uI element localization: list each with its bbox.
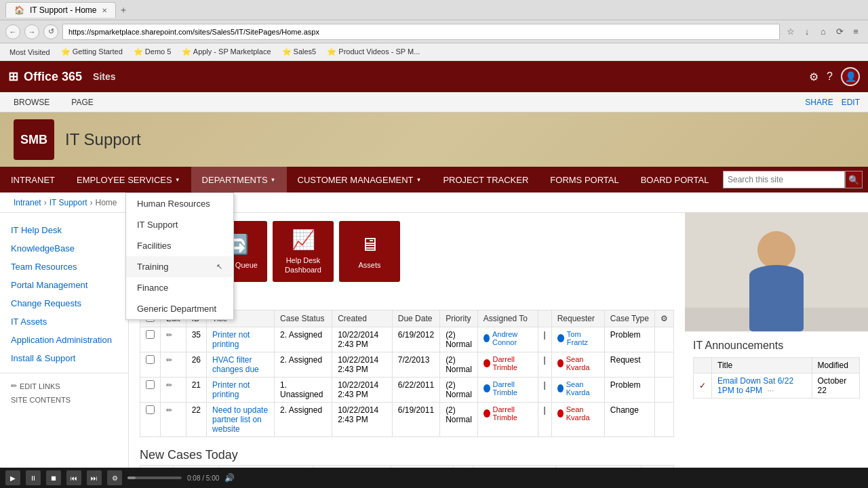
sidebar-change-requests[interactable]: Change Requests (0, 294, 128, 312)
requester-person-22[interactable]: Sean Kvarda (557, 405, 599, 422)
breadcrumb-it-support[interactable]: IT Support (50, 198, 87, 207)
assets-icon: 🖥 (360, 233, 379, 256)
share-link[interactable]: SHARE (805, 98, 833, 107)
media-prev-button[interactable]: ⏮ (66, 470, 81, 485)
row-checkbox-22[interactable] (146, 405, 155, 414)
row-edit-icon-26[interactable]: ✏ (166, 356, 172, 364)
bookmark-star-icon[interactable]: ☆ (784, 25, 797, 39)
row-settings-22[interactable] (654, 403, 673, 437)
sidebar-team-resources[interactable]: Team Resources (0, 258, 128, 276)
requester-person-35[interactable]: Tom Frantz (557, 330, 599, 346)
breadcrumb-home: Home (96, 198, 117, 207)
sidebar-app-admin[interactable]: Application Administration (0, 331, 128, 349)
sidebar-edit-links[interactable]: ✏ EDIT LINKS (0, 379, 128, 393)
tile-help-desk-dashboard[interactable]: 📈 Help Desk Dashboard (273, 221, 334, 282)
row-edit-icon-22[interactable]: ✏ (166, 406, 172, 414)
case-priority-21: (2)Normal (440, 378, 478, 403)
sync-icon[interactable]: ⟳ (833, 25, 846, 39)
nav-board-portal[interactable]: BOARD PORTAL (630, 167, 720, 192)
ribbon-page[interactable]: PAGE (66, 95, 98, 110)
download-icon[interactable]: ↓ (800, 25, 814, 39)
case-assigned-22: Darrell Trimble (477, 403, 538, 437)
dropdown-generic-department[interactable]: Generic Department (126, 298, 233, 319)
row-checkbox-26[interactable] (146, 355, 155, 364)
forward-button[interactable]: → (24, 24, 39, 39)
sidebar-portal-management[interactable]: Portal Management (0, 276, 128, 294)
bookmark-product-videos[interactable]: ⭐ Product Videos - SP M... (323, 46, 424, 58)
dropdown-it-support[interactable]: IT Support (126, 214, 233, 235)
settings-icon[interactable]: ⚙ (809, 70, 818, 83)
requester-person-26[interactable]: Sean Kvarda (557, 355, 599, 371)
nav-employee-services[interactable]: EMPLOYEE SERVICES ▼ (66, 167, 191, 192)
assigned-person-35[interactable]: Andrew Connor (484, 330, 532, 346)
row-settings-26[interactable] (654, 352, 673, 378)
case-title-link-21[interactable]: Printer not printing (212, 380, 250, 399)
bookmark-demo5[interactable]: ⭐ Demo 5 (130, 46, 176, 58)
bookmark-sales5[interactable]: ⭐ Sales5 (278, 46, 321, 58)
assigned-person-26[interactable]: Darrell Trimble (484, 355, 532, 371)
ann-more-icon[interactable]: ··· (767, 386, 774, 395)
sidebar-it-assets[interactable]: IT Assets (0, 312, 128, 331)
media-settings-button[interactable]: ⚙ (107, 470, 122, 485)
search-button[interactable]: 🔍 (845, 171, 863, 188)
media-progress-bar[interactable] (127, 476, 182, 479)
back-button[interactable]: ← (5, 24, 20, 39)
sidebar-it-help-desk[interactable]: IT Help Desk (0, 221, 128, 239)
dropdown-human-resources[interactable]: Human Resources (126, 193, 233, 214)
nav-departments[interactable]: DEPARTMENTS ▼ (191, 167, 287, 192)
row-settings-35[interactable] (654, 327, 673, 352)
dropdown-finance[interactable]: Finance (126, 277, 233, 298)
dropdown-facilities[interactable]: Facilities (126, 235, 233, 256)
bookmark-apply-sp[interactable]: ⭐ Apply - SP Marketplace (178, 46, 275, 58)
sidebar-site-contents[interactable]: SITE CONTENTS (0, 393, 128, 407)
assigned-person-22[interactable]: Darrell Trimble (484, 405, 532, 422)
media-pause-button[interactable]: ⏸ (26, 470, 41, 485)
new-tab-button[interactable]: ＋ (119, 4, 128, 16)
sidebar-install-support[interactable]: Install & Support (0, 349, 128, 367)
nav-customer-management[interactable]: CUSTOMER MANAGEMENT ▼ (287, 167, 433, 192)
media-next-button[interactable]: ⏭ (87, 470, 102, 485)
case-title-link-35[interactable]: Printer not printing (212, 330, 250, 349)
assigned-person-21[interactable]: Darrell Trimble (484, 380, 532, 396)
menu-icon[interactable]: ≡ (849, 25, 863, 39)
help-icon[interactable]: ? (827, 70, 833, 83)
tile-assets[interactable]: 🖥 Assets (339, 221, 400, 282)
edit-link[interactable]: EDIT (842, 98, 860, 107)
row-settings-21[interactable] (654, 378, 673, 403)
ann-date-1: October 22 (812, 373, 860, 399)
dropdown-training[interactable]: Training ↖ (126, 256, 233, 277)
sites-link[interactable]: Sites (93, 71, 115, 82)
case-type-35: Problem (604, 327, 654, 352)
sp-app-header: ⊞ Office 365 Sites ⚙ ? 👤 (0, 61, 868, 92)
nav-forms-portal[interactable]: FORMS PORTAL (539, 167, 629, 192)
reload-button[interactable]: ↺ (43, 24, 58, 39)
media-play-button[interactable]: ▶ (5, 470, 20, 485)
browser-tab[interactable]: 🏠 IT Support - Home ✕ (5, 2, 116, 18)
row-edit-icon-21[interactable]: ✏ (166, 381, 172, 389)
breadcrumb-intranet[interactable]: Intranet (14, 198, 41, 207)
bookmark-getting-started[interactable]: ⭐ Getting Started (57, 46, 127, 58)
nav-project-tracker[interactable]: PROJECT TRACKER (432, 167, 539, 192)
media-volume-icon[interactable]: 🔊 (224, 473, 235, 483)
bookmark-most-visited[interactable]: Most Visited (5, 47, 54, 58)
home-icon[interactable]: ⌂ (816, 25, 830, 39)
sidebar-knowledge-base[interactable]: KnowledgeBase (0, 239, 128, 258)
ann-col-title: Title (712, 358, 812, 373)
requester-person-21[interactable]: Sean Kvarda (557, 380, 599, 396)
nav-intranet[interactable]: INTRANET (0, 167, 66, 192)
ribbon-browse[interactable]: BROWSE (8, 95, 55, 110)
row-checkbox-21[interactable] (146, 380, 155, 389)
col-settings[interactable]: ⚙ (654, 310, 673, 327)
ann-title-link-1[interactable]: Email Down Sat 6/22 1PM to 4PM (717, 376, 793, 395)
address-bar[interactable] (62, 24, 780, 40)
row-edit-icon-35[interactable]: ✏ (166, 331, 172, 339)
tab-close-button[interactable]: ✕ (102, 7, 107, 14)
case-title-link-22[interactable]: Need to update partner list on website (212, 405, 268, 434)
media-stop-button[interactable]: ⏹ (46, 470, 61, 485)
site-banner: SMB IT Support (0, 113, 868, 167)
search-input[interactable] (723, 171, 845, 188)
case-title-link-26[interactable]: HVAC filter changes due (212, 355, 259, 374)
grid-icon[interactable]: ⊞ (8, 69, 18, 84)
row-checkbox-35[interactable] (146, 330, 155, 339)
user-avatar[interactable]: 👤 (841, 67, 860, 86)
